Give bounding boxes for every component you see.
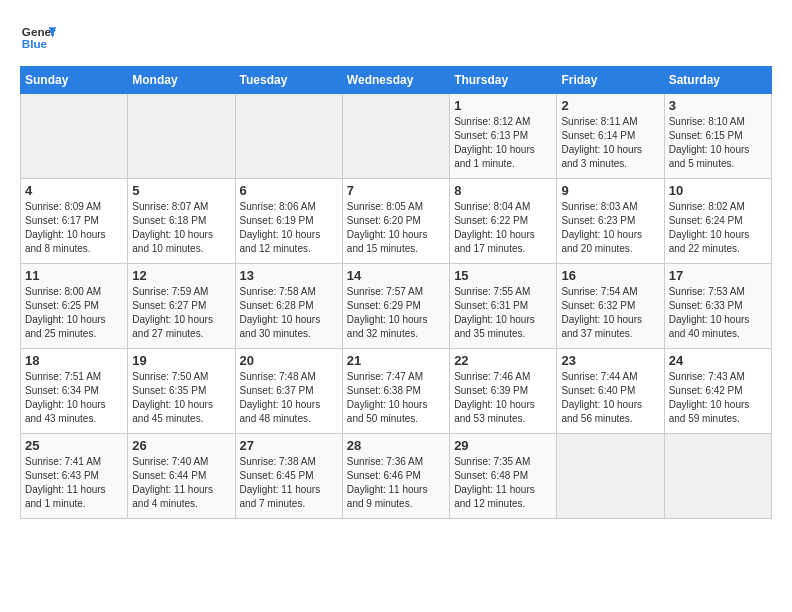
day-info: Sunrise: 7:43 AM Sunset: 6:42 PM Dayligh… — [669, 370, 767, 426]
day-info: Sunrise: 7:57 AM Sunset: 6:29 PM Dayligh… — [347, 285, 445, 341]
day-number: 22 — [454, 353, 552, 368]
day-header-wednesday: Wednesday — [342, 67, 449, 94]
day-info: Sunrise: 8:03 AM Sunset: 6:23 PM Dayligh… — [561, 200, 659, 256]
calendar-header-row: SundayMondayTuesdayWednesdayThursdayFrid… — [21, 67, 772, 94]
day-number: 21 — [347, 353, 445, 368]
day-info: Sunrise: 8:11 AM Sunset: 6:14 PM Dayligh… — [561, 115, 659, 171]
day-info: Sunrise: 8:09 AM Sunset: 6:17 PM Dayligh… — [25, 200, 123, 256]
day-header-friday: Friday — [557, 67, 664, 94]
day-info: Sunrise: 7:46 AM Sunset: 6:39 PM Dayligh… — [454, 370, 552, 426]
logo: General Blue — [20, 20, 56, 56]
week-row-3: 11Sunrise: 8:00 AM Sunset: 6:25 PM Dayli… — [21, 264, 772, 349]
day-info: Sunrise: 8:02 AM Sunset: 6:24 PM Dayligh… — [669, 200, 767, 256]
calendar-cell: 28Sunrise: 7:36 AM Sunset: 6:46 PM Dayli… — [342, 434, 449, 519]
day-info: Sunrise: 8:04 AM Sunset: 6:22 PM Dayligh… — [454, 200, 552, 256]
week-row-2: 4Sunrise: 8:09 AM Sunset: 6:17 PM Daylig… — [21, 179, 772, 264]
day-info: Sunrise: 8:12 AM Sunset: 6:13 PM Dayligh… — [454, 115, 552, 171]
day-header-saturday: Saturday — [664, 67, 771, 94]
calendar-cell: 14Sunrise: 7:57 AM Sunset: 6:29 PM Dayli… — [342, 264, 449, 349]
day-number: 10 — [669, 183, 767, 198]
day-number: 29 — [454, 438, 552, 453]
calendar-cell: 5Sunrise: 8:07 AM Sunset: 6:18 PM Daylig… — [128, 179, 235, 264]
day-info: Sunrise: 7:58 AM Sunset: 6:28 PM Dayligh… — [240, 285, 338, 341]
calendar-cell: 12Sunrise: 7:59 AM Sunset: 6:27 PM Dayli… — [128, 264, 235, 349]
day-info: Sunrise: 8:05 AM Sunset: 6:20 PM Dayligh… — [347, 200, 445, 256]
day-info: Sunrise: 7:47 AM Sunset: 6:38 PM Dayligh… — [347, 370, 445, 426]
day-info: Sunrise: 7:59 AM Sunset: 6:27 PM Dayligh… — [132, 285, 230, 341]
day-header-monday: Monday — [128, 67, 235, 94]
day-info: Sunrise: 7:36 AM Sunset: 6:46 PM Dayligh… — [347, 455, 445, 511]
day-number: 20 — [240, 353, 338, 368]
calendar-cell: 9Sunrise: 8:03 AM Sunset: 6:23 PM Daylig… — [557, 179, 664, 264]
day-info: Sunrise: 7:38 AM Sunset: 6:45 PM Dayligh… — [240, 455, 338, 511]
page-header: General Blue — [20, 20, 772, 56]
calendar-cell: 4Sunrise: 8:09 AM Sunset: 6:17 PM Daylig… — [21, 179, 128, 264]
calendar-cell: 24Sunrise: 7:43 AM Sunset: 6:42 PM Dayli… — [664, 349, 771, 434]
day-info: Sunrise: 8:10 AM Sunset: 6:15 PM Dayligh… — [669, 115, 767, 171]
day-info: Sunrise: 7:50 AM Sunset: 6:35 PM Dayligh… — [132, 370, 230, 426]
day-info: Sunrise: 7:35 AM Sunset: 6:48 PM Dayligh… — [454, 455, 552, 511]
calendar-cell: 8Sunrise: 8:04 AM Sunset: 6:22 PM Daylig… — [450, 179, 557, 264]
calendar-cell: 15Sunrise: 7:55 AM Sunset: 6:31 PM Dayli… — [450, 264, 557, 349]
week-row-1: 1Sunrise: 8:12 AM Sunset: 6:13 PM Daylig… — [21, 94, 772, 179]
day-header-tuesday: Tuesday — [235, 67, 342, 94]
day-number: 16 — [561, 268, 659, 283]
day-info: Sunrise: 7:54 AM Sunset: 6:32 PM Dayligh… — [561, 285, 659, 341]
day-number: 26 — [132, 438, 230, 453]
calendar-cell: 16Sunrise: 7:54 AM Sunset: 6:32 PM Dayli… — [557, 264, 664, 349]
day-info: Sunrise: 8:07 AM Sunset: 6:18 PM Dayligh… — [132, 200, 230, 256]
day-info: Sunrise: 8:06 AM Sunset: 6:19 PM Dayligh… — [240, 200, 338, 256]
day-number: 1 — [454, 98, 552, 113]
week-row-4: 18Sunrise: 7:51 AM Sunset: 6:34 PM Dayli… — [21, 349, 772, 434]
svg-text:Blue: Blue — [22, 37, 48, 50]
calendar-cell: 26Sunrise: 7:40 AM Sunset: 6:44 PM Dayli… — [128, 434, 235, 519]
calendar-cell: 22Sunrise: 7:46 AM Sunset: 6:39 PM Dayli… — [450, 349, 557, 434]
day-number: 11 — [25, 268, 123, 283]
day-number: 6 — [240, 183, 338, 198]
calendar-cell: 13Sunrise: 7:58 AM Sunset: 6:28 PM Dayli… — [235, 264, 342, 349]
day-number: 19 — [132, 353, 230, 368]
day-info: Sunrise: 7:41 AM Sunset: 6:43 PM Dayligh… — [25, 455, 123, 511]
calendar-cell: 7Sunrise: 8:05 AM Sunset: 6:20 PM Daylig… — [342, 179, 449, 264]
calendar-cell: 6Sunrise: 8:06 AM Sunset: 6:19 PM Daylig… — [235, 179, 342, 264]
day-number: 7 — [347, 183, 445, 198]
calendar-cell: 25Sunrise: 7:41 AM Sunset: 6:43 PM Dayli… — [21, 434, 128, 519]
day-number: 2 — [561, 98, 659, 113]
day-number: 23 — [561, 353, 659, 368]
logo-icon: General Blue — [20, 20, 56, 56]
day-number: 9 — [561, 183, 659, 198]
day-info: Sunrise: 7:55 AM Sunset: 6:31 PM Dayligh… — [454, 285, 552, 341]
calendar-cell: 29Sunrise: 7:35 AM Sunset: 6:48 PM Dayli… — [450, 434, 557, 519]
calendar-cell: 1Sunrise: 8:12 AM Sunset: 6:13 PM Daylig… — [450, 94, 557, 179]
calendar-cell: 21Sunrise: 7:47 AM Sunset: 6:38 PM Dayli… — [342, 349, 449, 434]
day-number: 14 — [347, 268, 445, 283]
calendar-cell: 20Sunrise: 7:48 AM Sunset: 6:37 PM Dayli… — [235, 349, 342, 434]
day-info: Sunrise: 7:51 AM Sunset: 6:34 PM Dayligh… — [25, 370, 123, 426]
calendar-cell: 2Sunrise: 8:11 AM Sunset: 6:14 PM Daylig… — [557, 94, 664, 179]
calendar-cell: 18Sunrise: 7:51 AM Sunset: 6:34 PM Dayli… — [21, 349, 128, 434]
day-number: 8 — [454, 183, 552, 198]
day-number: 3 — [669, 98, 767, 113]
calendar-cell — [128, 94, 235, 179]
calendar-cell — [557, 434, 664, 519]
calendar-cell — [342, 94, 449, 179]
day-info: Sunrise: 8:00 AM Sunset: 6:25 PM Dayligh… — [25, 285, 123, 341]
calendar-cell — [235, 94, 342, 179]
day-number: 15 — [454, 268, 552, 283]
day-info: Sunrise: 7:48 AM Sunset: 6:37 PM Dayligh… — [240, 370, 338, 426]
day-number: 12 — [132, 268, 230, 283]
day-number: 5 — [132, 183, 230, 198]
day-number: 25 — [25, 438, 123, 453]
calendar-cell — [664, 434, 771, 519]
day-number: 24 — [669, 353, 767, 368]
calendar-cell: 3Sunrise: 8:10 AM Sunset: 6:15 PM Daylig… — [664, 94, 771, 179]
day-number: 18 — [25, 353, 123, 368]
day-number: 27 — [240, 438, 338, 453]
day-number: 4 — [25, 183, 123, 198]
day-number: 13 — [240, 268, 338, 283]
day-header-sunday: Sunday — [21, 67, 128, 94]
calendar-cell: 27Sunrise: 7:38 AM Sunset: 6:45 PM Dayli… — [235, 434, 342, 519]
day-info: Sunrise: 7:44 AM Sunset: 6:40 PM Dayligh… — [561, 370, 659, 426]
day-number: 28 — [347, 438, 445, 453]
calendar-table: SundayMondayTuesdayWednesdayThursdayFrid… — [20, 66, 772, 519]
